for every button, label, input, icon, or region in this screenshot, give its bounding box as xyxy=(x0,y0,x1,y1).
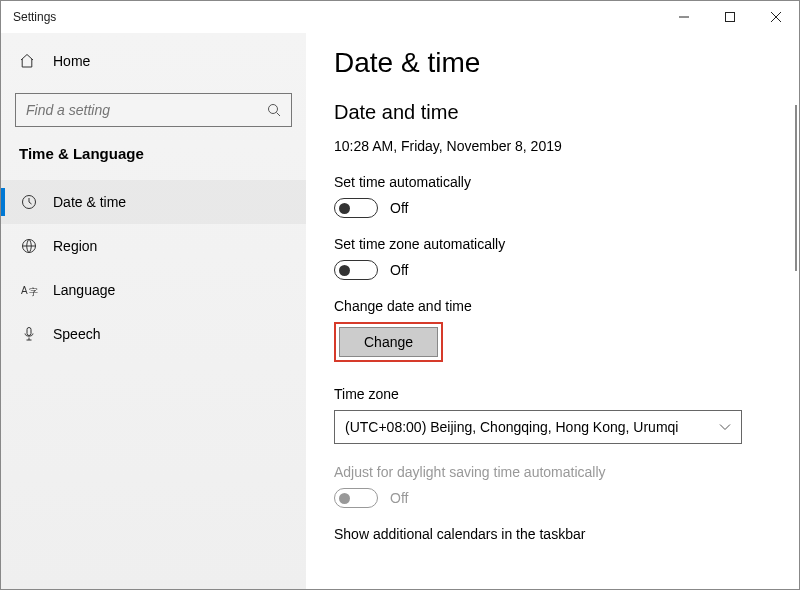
nav-date-time[interactable]: Date & time xyxy=(1,180,306,224)
toggle-knob xyxy=(339,493,350,504)
titlebar: Settings xyxy=(1,1,799,33)
globe-icon xyxy=(19,238,39,254)
minimize-icon xyxy=(679,12,689,22)
nav-language[interactable]: A字 Language xyxy=(1,268,306,312)
category-header: Time & Language xyxy=(1,145,306,180)
svg-rect-1 xyxy=(726,13,735,22)
close-button[interactable] xyxy=(753,1,799,33)
nav-speech[interactable]: Speech xyxy=(1,312,306,356)
set-tz-auto-toggle[interactable] xyxy=(334,260,378,280)
timezone-label: Time zone xyxy=(334,386,771,402)
window-title: Settings xyxy=(1,10,56,24)
sidebar: Home Time & Language Date & time xyxy=(1,33,306,589)
highlight-box: Change xyxy=(334,322,443,362)
svg-text:字: 字 xyxy=(29,287,38,297)
search-wrap xyxy=(15,93,292,127)
set-time-auto-state: Off xyxy=(390,200,408,216)
change-dt-label: Change date and time xyxy=(334,298,771,314)
dst-label: Adjust for daylight saving time automati… xyxy=(334,464,771,480)
current-datetime: 10:28 AM, Friday, November 8, 2019 xyxy=(334,138,771,154)
change-button[interactable]: Change xyxy=(339,327,438,357)
chevron-down-icon xyxy=(719,420,731,434)
svg-rect-10 xyxy=(27,328,31,336)
search-icon xyxy=(257,103,291,118)
maximize-icon xyxy=(725,12,735,22)
section-title: Date and time xyxy=(334,101,771,124)
timezone-value: (UTC+08:00) Beijing, Chongqing, Hong Kon… xyxy=(345,419,678,435)
microphone-icon xyxy=(19,326,39,342)
home-label: Home xyxy=(53,53,90,69)
page-title: Date & time xyxy=(334,47,771,79)
set-tz-auto-row: Off xyxy=(334,260,771,280)
minimize-button[interactable] xyxy=(661,1,707,33)
scrollbar[interactable] xyxy=(795,105,797,271)
svg-point-4 xyxy=(268,104,277,113)
set-tz-auto-state: Off xyxy=(390,262,408,278)
dst-toggle xyxy=(334,488,378,508)
dst-state: Off xyxy=(390,490,408,506)
window-controls xyxy=(661,1,799,33)
set-time-auto-row: Off xyxy=(334,198,771,218)
svg-text:A: A xyxy=(21,285,28,296)
home-nav[interactable]: Home xyxy=(1,41,306,81)
timezone-select[interactable]: (UTC+08:00) Beijing, Chongqing, Hong Kon… xyxy=(334,410,742,444)
search-box[interactable] xyxy=(15,93,292,127)
nav-item-label: Language xyxy=(53,282,115,298)
toggle-knob xyxy=(339,265,350,276)
close-icon xyxy=(771,12,781,22)
search-input[interactable] xyxy=(16,102,257,118)
settings-window: Settings Home xyxy=(0,0,800,590)
content-pane: Date & time Date and time 10:28 AM, Frid… xyxy=(306,33,799,589)
toggle-knob xyxy=(339,203,350,214)
nav-region[interactable]: Region xyxy=(1,224,306,268)
set-time-auto-toggle[interactable] xyxy=(334,198,378,218)
dst-row: Off xyxy=(334,488,771,508)
nav-item-label: Date & time xyxy=(53,194,126,210)
clock-icon xyxy=(19,194,39,210)
svg-line-5 xyxy=(276,112,280,116)
home-icon xyxy=(19,53,39,69)
set-time-auto-label: Set time automatically xyxy=(334,174,771,190)
change-btn-wrap: Change xyxy=(334,322,771,362)
window-body: Home Time & Language Date & time xyxy=(1,33,799,589)
nav-item-label: Region xyxy=(53,238,97,254)
nav-item-label: Speech xyxy=(53,326,100,342)
set-tz-auto-label: Set time zone automatically xyxy=(334,236,771,252)
language-icon: A字 xyxy=(19,283,39,298)
additional-calendars-label: Show additional calendars in the taskbar xyxy=(334,526,771,542)
maximize-button[interactable] xyxy=(707,1,753,33)
